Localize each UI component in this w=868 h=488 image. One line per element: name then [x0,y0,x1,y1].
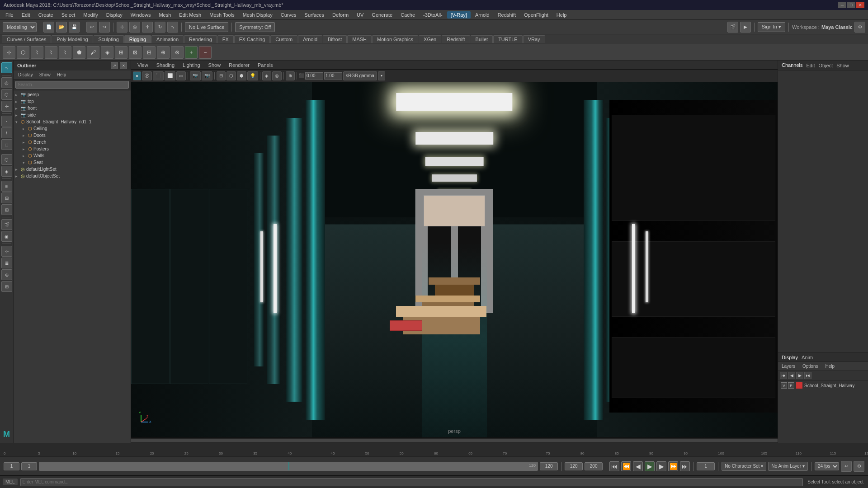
shelf-tab-rendering[interactable]: Rendering [184,35,217,43]
shelf-icon-motion[interactable]: ⊗ [171,46,184,59]
vp-tb-smooth[interactable]: ⬡ [226,71,236,80]
menu-arnold[interactable]: Arnold [472,11,493,19]
outliner-show-menu[interactable]: Show [37,72,53,78]
shelf-icon-constraint[interactable]: ⊕ [157,46,170,59]
menu-vray[interactable]: [V-Ray] [447,11,471,19]
menu-curves[interactable]: Curves [277,11,300,19]
shelf-tab-redshift[interactable]: Redshift [442,35,470,43]
paint-select-button[interactable]: ⬡ [1,89,12,100]
menu-edit-mesh[interactable]: Edit Mesh [175,11,205,19]
tree-item-walls[interactable]: ▸ ⬡ Walls [14,152,131,159]
vp-tb-top[interactable]: ⬛ [153,71,164,80]
tree-item-bench[interactable]: ▸ ⬡ Bench [14,139,131,145]
current-frame-display[interactable] [697,462,715,470]
lasso-tool-button[interactable]: ◎ [129,22,140,33]
render-settings-button[interactable]: 🎬 [1,219,12,230]
layer-nav-next[interactable]: ▶ [796,372,803,379]
move-tool-left[interactable]: ✛ [1,101,12,112]
select-tool-button[interactable]: ⊹ [117,22,127,33]
vp-gamma-input[interactable] [324,72,342,80]
play-next-keyframe[interactable]: ⏩ [668,461,678,471]
shelf-tab-arnold[interactable]: Arnold [298,35,322,43]
vp-tb-show-obj[interactable]: ◈ [262,71,271,80]
extra-tool-2[interactable]: ≣ [1,258,12,268]
edge-mode-button[interactable]: / [1,127,12,138]
shelf-icon-ik2[interactable]: ⌇ [45,46,57,59]
vp-tb-front2[interactable]: ⬜ [165,71,175,80]
save-file-button[interactable]: 💾 [69,22,80,33]
outliner-display-menu[interactable]: Display [15,72,36,78]
layer-menu-options[interactable]: Options [801,363,820,369]
vp-color-settings[interactable]: ▾ [378,71,385,80]
menu-uv[interactable]: UV [353,11,367,19]
lasso-select-button[interactable]: ◎ [1,77,12,88]
shelf-tab-xgen[interactable]: XGen [419,35,441,43]
menu-modify[interactable]: Modify [80,11,101,19]
outliner-help-menu[interactable]: Help [54,72,69,78]
right-tab-channels[interactable]: Channels [782,62,802,68]
layer-tab-display[interactable]: Display [782,355,798,360]
right-tab-edit[interactable]: Edit [806,63,815,68]
sign-in-button[interactable]: Sign In ▾ [758,22,785,32]
shelf-tab-poly[interactable]: Poly Modeling [52,35,93,43]
tree-item-persp[interactable]: ▸ 📷 persp [14,91,131,98]
menu-redshift[interactable]: Redshift [494,11,519,19]
undo-button[interactable]: ↩ [86,22,97,33]
rotate-tool-button[interactable]: ↻ [155,22,165,33]
command-input[interactable] [20,478,803,486]
play-next-frame[interactable]: ▶ [656,461,666,471]
layer-color-swatch[interactable] [796,382,802,389]
layer-nav-prev-prev[interactable]: ⏮ [780,372,787,379]
ipr-render-button[interactable]: ▶ [740,22,751,33]
menu-edit[interactable]: Edit [18,11,34,19]
outliner-search-input[interactable] [15,81,129,89]
menu-help[interactable]: Help [553,11,571,19]
frame-current-input[interactable] [21,462,37,470]
menu-create[interactable]: Create [35,11,57,19]
layer-editor-button[interactable]: ⊞ [1,204,12,215]
layer-tab-anim[interactable]: Anim [802,355,813,360]
vp-tb-cam2[interactable]: 📷 [202,71,212,80]
no-character-set-button[interactable]: No Character Set ▾ [722,462,766,471]
move-tool-button[interactable]: ✛ [142,22,153,33]
mel-python-toggle[interactable]: MEL [3,479,18,485]
shelf-icon-wrap[interactable]: ⊠ [129,46,142,59]
vp-menu-shading[interactable]: Shading [153,62,178,68]
vp-tb-persp[interactable]: Ⓟ [142,71,152,80]
vp-exposure-input[interactable] [305,72,323,80]
shelf-icon-ik3[interactable]: ⌇ [59,46,71,59]
tree-item-side[interactable]: ▸ 📷 side [14,112,131,118]
timeline-track[interactable]: 0 5 10 15 20 25 30 35 40 45 50 55 60 65 … [0,443,868,456]
shelf-icon-minus[interactable]: − [199,46,212,59]
shelf-tab-curves[interactable]: Curves / Surfaces [2,35,51,43]
vp-tb-wire[interactable]: ⊟ [217,71,226,80]
minimize-button[interactable]: ─ [838,2,846,8]
layer-p-toggle[interactable]: P [788,382,794,389]
menu-select[interactable]: Select [58,11,79,19]
menu-generate[interactable]: Generate [368,11,396,19]
mode-dropdown[interactable]: Modeling [3,22,37,32]
vp-tb-texture[interactable]: ⬢ [237,71,246,80]
render-button[interactable]: 🎬 [727,22,738,33]
shelf-tab-bullet[interactable]: Bullet [471,35,493,43]
tree-item-defaultobjectset[interactable]: ▸ ◎ defaultObjectSet [14,173,131,179]
vp-tb-side2[interactable]: ▭ [176,71,186,80]
tree-item-ceiling[interactable]: ▸ ⬡ Ceiling [14,125,131,132]
attr-editor-button[interactable]: ≡ [1,181,12,192]
menu-cache[interactable]: Cache [397,11,419,19]
vp-tb-resolution[interactable]: ⊕ [286,71,295,80]
menu-mesh-tools[interactable]: Mesh Tools [206,11,238,19]
menu-deform[interactable]: Deform [329,11,352,19]
layer-menu-layers[interactable]: Layers [780,363,797,369]
playback-settings-button[interactable]: ⚙ [854,461,864,472]
outliner-close-button[interactable]: ✕ [120,62,127,69]
shelf-icon-skin[interactable]: ⬟ [73,46,85,59]
component-button[interactable]: ⬡ [1,154,12,165]
play-prev-keyframe[interactable]: ⏪ [621,461,631,471]
workspace-settings-button[interactable]: ⚙ [854,22,865,33]
shelf-icon-lattice[interactable]: ⊞ [115,46,127,59]
maximize-button[interactable]: □ [847,2,855,8]
shelf-tab-rigging[interactable]: Rigging [124,35,151,43]
open-file-button[interactable]: 📂 [56,22,67,33]
menu-windows[interactable]: Windows [127,11,155,19]
